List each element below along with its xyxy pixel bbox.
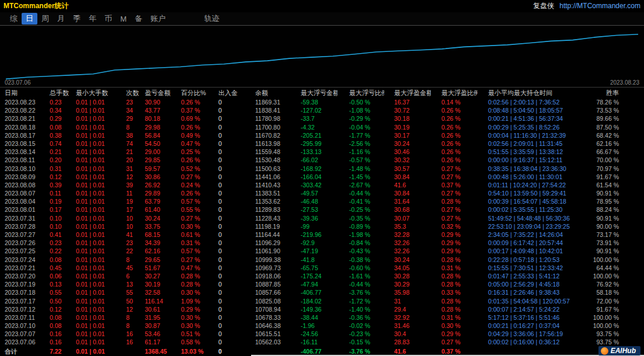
table-cell: 0:15:55 | 7:30:51 | 12:33:42 — [478, 264, 586, 272]
column-header[interactable]: 次数 — [121, 88, 140, 98]
table-cell: -0.44 % — [337, 280, 384, 288]
table-cell: 0:00:02 | 0:16:00 | 0:36:12 — [478, 338, 586, 346]
column-header[interactable]: 最大浮亏金额 — [291, 88, 337, 98]
menubar: 综日周月季年币M备账户 轨迹 — [0, 12, 644, 26]
table-cell: 0.01 | 0.01 — [75, 123, 121, 131]
table-cell: 0.29 % — [431, 231, 478, 239]
column-header[interactable]: 余额 — [246, 88, 291, 98]
table-cell: -0.38 % — [337, 256, 384, 264]
table-row[interactable]: 2023.08.230.230.01 | 0.012330.900.26 %01… — [0, 98, 644, 106]
table-cell: -39.36 — [291, 214, 337, 222]
table-row[interactable]: 2023.07.060.160.01 | 0.011661.170.58 %01… — [0, 338, 644, 346]
table-cell: 0.01 | 0.01 — [75, 239, 121, 247]
table-cell: 10646.38 — [246, 322, 291, 330]
table-cell: 30.18 — [384, 114, 431, 123]
table-cell: 2023.08.14 — [0, 148, 48, 156]
column-header[interactable]: 总手数 — [48, 88, 75, 98]
table-cell: 16 — [121, 330, 140, 338]
table-row[interactable]: 2023.07.190.130.01 | 0.011330.190.28 %01… — [0, 280, 644, 288]
titlebar-right: 复盘侠 http://MTCommander.com — [533, 1, 640, 11]
table-cell: 0.51 % — [175, 330, 211, 338]
table-row[interactable]: 2023.08.170.380.01 | 0.013856.840.49 %01… — [0, 131, 644, 139]
table-row[interactable]: 2023.07.270.410.01 | 0.014168.150.61 %01… — [0, 231, 644, 239]
table-cell: 0:01:11 | 10:24:20 | 27:54:22 — [478, 181, 586, 189]
table-cell: 0:38:35 | 16:38:04 | 23:36:30 — [478, 165, 586, 173]
menu-item-6[interactable]: 币 — [100, 13, 116, 25]
table-row[interactable]: 2023.08.180.080.01 | 0.01829.980.26 %011… — [0, 123, 644, 131]
table-row[interactable]: 2023.08.210.290.01 | 0.012980.180.69 %01… — [0, 114, 644, 123]
column-header[interactable]: 日期 — [0, 88, 48, 98]
table-cell: -303.42 — [291, 181, 337, 189]
table-row[interactable]: 2023.08.070.110.01 | 0.011129.890.26 %01… — [0, 189, 644, 197]
menu-item-8[interactable]: 备 — [131, 13, 147, 25]
menu-item-9[interactable]: 账户 — [147, 13, 170, 25]
table-cell: 62.16 — [140, 247, 175, 255]
table-cell: 93.75 % — [586, 330, 644, 338]
table-cell: 88.24 % — [586, 205, 644, 214]
column-header[interactable]: 胜率 — [586, 88, 644, 98]
table-cell: 29.4 — [384, 305, 431, 313]
table-row[interactable]: 2023.08.040.190.01 | 0.011963.790.57 %01… — [0, 197, 644, 205]
chart-start-date-label: 023.07.06 — [5, 79, 31, 86]
column-header[interactable]: 最大浮盈比例 — [431, 88, 478, 98]
table-cell: -0.41 % — [337, 197, 384, 205]
column-header[interactable]: 最大浮亏比例 — [337, 88, 384, 98]
table-cell: 6 — [121, 272, 140, 280]
table-cell: 0:00:04 | 11:16:30 | 21:32:39 — [478, 131, 586, 139]
brand-url-link[interactable]: http://MTCommander.com — [559, 2, 640, 10]
table-row[interactable]: 2023.08.080.390.01 | 0.013926.920.24 %01… — [0, 181, 644, 189]
table-cell: 0.28 % — [431, 280, 478, 288]
menu-item-5[interactable]: 年 — [85, 13, 100, 25]
table-row[interactable]: 2023.08.220.340.01 | 0.013443.770.37 %01… — [0, 106, 644, 114]
table-cell: 90.91 % — [586, 247, 644, 255]
menu-item-1[interactable]: 日 — [22, 13, 37, 25]
table-row[interactable]: 2023.07.120.120.01 | 0.011230.610.29 %01… — [0, 305, 644, 313]
table-cell: 56.84 — [140, 131, 175, 139]
menu-item-4[interactable]: 季 — [69, 13, 85, 25]
table-row[interactable]: 2023.07.260.230.01 | 0.012334.390.31 %01… — [0, 239, 644, 247]
table-row[interactable]: 2023.07.240.080.01 | 0.01829.650.27 %010… — [0, 256, 644, 264]
table-cell: 21 — [121, 148, 140, 156]
table-cell: 16 — [121, 338, 140, 346]
table-cell: 2023.08.18 — [0, 123, 48, 131]
menu-item-3[interactable]: 月 — [53, 13, 69, 25]
column-header[interactable]: 最小大手数 — [75, 88, 121, 98]
menu-item-trajectory[interactable]: 轨迹 — [200, 13, 224, 25]
menu-item-0[interactable]: 综 — [6, 13, 22, 25]
table-row[interactable]: 2023.07.310.100.01 | 0.011030.240.27 %01… — [0, 214, 644, 222]
column-header[interactable]: 百分比% — [175, 88, 211, 98]
table-row[interactable]: 2023.08.140.210.01 | 0.012129.000.25 %01… — [0, 148, 644, 156]
column-header[interactable]: 盈亏金额 — [140, 88, 175, 98]
table-row[interactable]: 2023.08.010.170.01 | 0.011761.400.55 %01… — [0, 205, 644, 214]
table-row[interactable]: 2023.07.210.450.01 | 0.014551.670.47 %01… — [0, 264, 644, 272]
table-cell: -295.99 — [291, 139, 337, 148]
table-cell: 20 — [121, 156, 140, 164]
table-row[interactable]: 2023.07.200.060.01 | 0.01630.270.28 %010… — [0, 272, 644, 280]
menu-item-7[interactable]: M — [116, 14, 131, 24]
column-header[interactable]: 最大浮盈金额 — [384, 88, 431, 98]
table-row[interactable]: 2023.08.150.740.01 | 0.017454.500.47 %01… — [0, 139, 644, 148]
table-row[interactable]: 2023.07.070.160.01 | 0.011653.460.51 %01… — [0, 330, 644, 338]
table-cell: -33.7 — [291, 114, 337, 123]
table-row[interactable]: 2023.07.280.100.01 | 0.011033.750.30 %01… — [0, 222, 644, 231]
menu-item-2[interactable]: 周 — [37, 13, 53, 25]
table-row[interactable]: 2023.08.110.200.01 | 0.012029.850.26 %01… — [0, 156, 644, 164]
table-cell: 0:16:31 | 2:26:46 | 9:38:43 — [478, 288, 586, 296]
table-cell: 10 — [121, 214, 140, 222]
table-row[interactable]: 2023.07.110.080.01 | 0.01831.950.30 %010… — [0, 313, 644, 322]
column-header[interactable]: 出入金 — [211, 88, 246, 98]
table-row[interactable]: 2023.07.250.220.01 | 0.012262.160.57 %01… — [0, 247, 644, 255]
column-header[interactable]: 最小平均最大持仓时间 — [478, 88, 586, 98]
table-cell: 0.01 | 0.01 — [75, 189, 121, 197]
eahub-logo-icon — [601, 347, 608, 355]
table-cell: 0.12 — [48, 305, 75, 313]
table-row[interactable]: 2023.08.090.120.01 | 0.011230.860.27 %01… — [0, 173, 644, 181]
table-cell: 61.54 % — [586, 181, 644, 189]
table-cell: 29.85 — [140, 156, 175, 164]
table-row[interactable]: 2023.08.100.310.01 | 0.013159.570.52 %01… — [0, 165, 644, 173]
table-row[interactable]: 2023.07.170.500.01 | 0.0150116.141.09 %0… — [0, 297, 644, 305]
table-cell: 2023.07.21 — [0, 264, 48, 272]
table-row[interactable]: 2023.07.100.080.01 | 0.01830.870.30 %010… — [0, 322, 644, 330]
table-row[interactable]: 2023.07.180.550.01 | 0.015532.580.30 %01… — [0, 288, 644, 296]
table-cell: 0 — [211, 214, 246, 222]
